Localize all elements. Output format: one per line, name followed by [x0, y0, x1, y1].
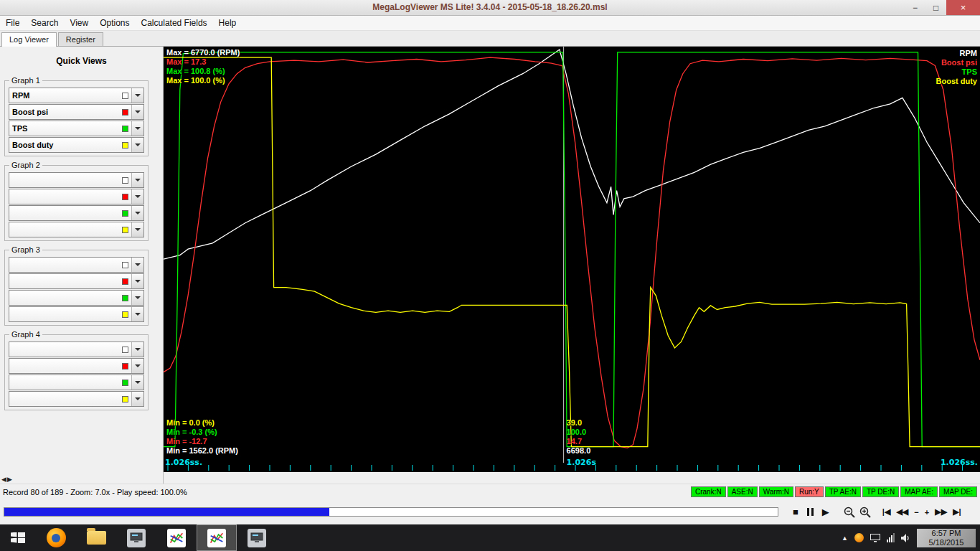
pause-button[interactable] [804, 505, 816, 519]
tab-log-viewer[interactable]: Log Viewer [1, 32, 57, 47]
taskbar-app-2[interactable] [237, 524, 277, 551]
field-value: Boost duty [9, 141, 122, 149]
graph3-field4-select[interactable] [9, 306, 144, 322]
log-graph[interactable]: Max = 6770.0 (RPM) Max = 17.3 Max = 100.… [164, 47, 980, 472]
series-color-swatch [122, 380, 128, 386]
graph1-field2-select[interactable]: Boost psi [9, 104, 144, 120]
chevron-down-icon[interactable] [131, 342, 143, 357]
firefox-icon [47, 528, 66, 547]
graph3-field2-select[interactable] [9, 273, 144, 289]
graph4-field4-select[interactable] [9, 391, 144, 407]
legend-boost: Boost psi [936, 58, 977, 67]
start-button[interactable] [0, 524, 36, 551]
playback-progress-bar[interactable] [4, 507, 778, 517]
minimize-button[interactable]: − [905, 0, 925, 15]
series-color-swatch [122, 262, 128, 268]
badge-crank: Crank:N [691, 486, 726, 497]
badge-tp-de: TP DE:N [862, 486, 899, 497]
tab-register[interactable]: Register [58, 32, 103, 46]
taskbar-firefox[interactable] [36, 524, 76, 551]
progress-fill [4, 508, 329, 516]
graph4-field1-select[interactable] [9, 342, 144, 357]
chevron-down-icon[interactable] [131, 88, 143, 103]
series-tps [164, 52, 980, 447]
chevron-down-icon[interactable] [131, 307, 143, 321]
network-icon[interactable] [887, 533, 895, 542]
chevron-down-icon[interactable] [131, 189, 143, 204]
menu-view[interactable]: View [64, 17, 94, 29]
taskbar-clock[interactable]: 6:57 PM 5/18/2015 [917, 529, 976, 547]
stop-button[interactable]: ■ [790, 505, 801, 519]
maximize-button[interactable]: □ [925, 0, 946, 15]
menu-calculated-fields[interactable]: Calculated Fields [136, 17, 213, 29]
graph1-field3-select[interactable]: TPS [9, 121, 144, 136]
graph2-field4-select[interactable] [9, 222, 144, 237]
taskbar-logviewer-1[interactable] [156, 524, 197, 551]
graph-lines-icon [209, 531, 224, 545]
volume-icon[interactable] [901, 534, 910, 542]
skip-start-button[interactable]: |◀ [880, 507, 893, 517]
menu-file[interactable]: File [0, 17, 25, 29]
series-color-swatch [122, 126, 128, 132]
status-bar: Record 80 of 189 - Zoom: 7.0x - Play spe… [0, 484, 980, 499]
series-color-swatch [122, 396, 128, 402]
max-labels: Max = 6770.0 (RPM) Max = 17.3 Max = 100.… [166, 48, 240, 85]
step-plus-button[interactable]: + [923, 508, 931, 517]
menu-help[interactable]: Help [213, 17, 242, 29]
taskbar-explorer[interactable] [76, 524, 116, 551]
chevron-down-icon[interactable] [131, 222, 143, 237]
graph2-field2-select[interactable] [9, 189, 144, 204]
badge-tp-ae: TP AE:N [825, 486, 861, 497]
zoom-out-button[interactable] [844, 507, 855, 518]
skip-end-button[interactable]: ▶| [951, 507, 963, 517]
tray-expand-icon[interactable]: ▲ [842, 534, 848, 542]
graph3-field3-select[interactable] [9, 290, 144, 306]
firefox-tray-icon[interactable] [854, 533, 864, 542]
menu-search[interactable]: Search [25, 17, 64, 29]
chevron-down-icon[interactable] [131, 258, 143, 272]
window-controls: − □ × [905, 0, 980, 15]
monitor-icon [250, 532, 263, 544]
graph1-label: Graph 1 [9, 76, 42, 85]
graph4-field3-select[interactable] [9, 375, 144, 390]
chevron-down-icon[interactable] [131, 173, 143, 187]
fast-forward-button[interactable]: ▶▶ [933, 507, 949, 517]
play-button[interactable]: ▶ [819, 505, 832, 519]
min-label-rpm: Min = 1562.0 (RPM) [166, 446, 238, 456]
clock-date: 5/18/2015 [929, 538, 964, 547]
chevron-down-icon[interactable] [131, 105, 143, 119]
zoom-in-button[interactable] [859, 507, 871, 518]
chevron-down-icon[interactable] [131, 375, 143, 390]
menu-bar: File Search View Options Calculated Fiel… [0, 16, 980, 31]
graph1-field4-select[interactable]: Boost duty [9, 137, 144, 153]
graph-lines-icon [169, 531, 184, 545]
splitter-handle[interactable]: ◀▶ [1, 476, 13, 483]
title-bar: MegaLogViewer MS Lite! 3.4.04 - 2015-05-… [0, 0, 980, 16]
graph3-field1-select[interactable] [9, 257, 144, 273]
fast-back-button[interactable]: ◀◀ [894, 507, 910, 517]
chevron-down-icon[interactable] [131, 206, 143, 220]
system-tray: ▲ 6:57 PM 5/18/2015 [842, 524, 980, 551]
graph2-field1-select[interactable] [9, 172, 144, 188]
badge-ase: ASE:N [727, 486, 758, 497]
chevron-down-icon[interactable] [131, 138, 143, 152]
min-label-duty: Min = 0.0 (%) [166, 418, 238, 428]
display-tray-icon[interactable] [870, 534, 880, 542]
graph4-field2-select[interactable] [9, 358, 144, 374]
graph1-field1-select[interactable]: RPM [9, 88, 144, 103]
graph2-field3-select[interactable] [9, 205, 144, 221]
min-label-boost: Min = -12.7 [166, 437, 238, 446]
chevron-down-icon[interactable] [131, 291, 143, 305]
cursor-value-rpm: 6698.0 [567, 446, 591, 456]
chevron-down-icon[interactable] [131, 392, 143, 406]
taskbar-logviewer-active[interactable] [197, 524, 237, 551]
menu-options[interactable]: Options [94, 17, 135, 29]
chevron-down-icon[interactable] [131, 274, 143, 288]
series-rpm [164, 50, 980, 259]
chevron-down-icon[interactable] [131, 121, 143, 136]
taskbar-app-1[interactable] [116, 524, 156, 551]
chevron-down-icon[interactable] [131, 359, 143, 373]
series-color-swatch [122, 93, 128, 99]
close-button[interactable]: × [946, 0, 980, 15]
step-minus-button[interactable]: − [912, 508, 920, 517]
